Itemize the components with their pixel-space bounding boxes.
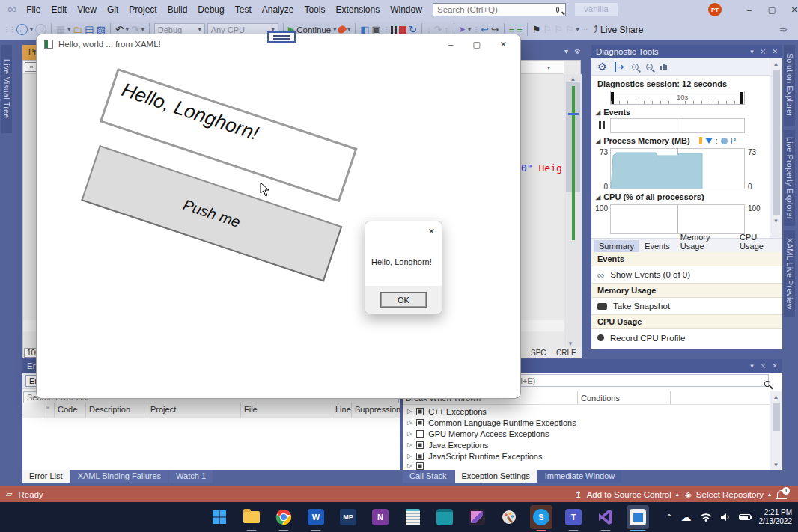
active-files-caret-icon[interactable]: ▾ xyxy=(564,47,568,55)
record-cpu-profile-link[interactable]: Record CPU Profile xyxy=(591,329,782,346)
quick-search-box[interactable] xyxy=(433,3,566,16)
tab-events[interactable]: Events xyxy=(640,240,674,252)
column-suppression-state[interactable]: Suppression State xyxy=(352,403,400,418)
tab-memory-usage[interactable]: Memory Usage xyxy=(676,231,734,252)
tab-error-list[interactable]: Error List xyxy=(22,470,70,483)
exception-row[interactable]: ▷ JavaScript Runtime Exceptions xyxy=(403,450,762,462)
hot-reload-caret[interactable]: ▾ xyxy=(347,26,350,33)
menu-analyze[interactable]: Analyze xyxy=(257,0,299,19)
expand-caret-icon[interactable]: ▷ xyxy=(407,462,412,469)
expand-caret-icon[interactable]: ▷ xyxy=(407,430,412,437)
notepad-icon[interactable] xyxy=(401,505,424,529)
scroll-down-icon[interactable]: ▼ xyxy=(770,462,782,468)
affinity-photo-icon[interactable] xyxy=(466,505,488,529)
column-icon[interactable] xyxy=(22,403,43,418)
search-input[interactable] xyxy=(433,5,556,14)
tab-xaml-live-preview[interactable]: XAML Live Preview xyxy=(784,230,795,317)
column-code[interactable]: Code xyxy=(55,403,86,418)
close-icon[interactable]: ✕ xyxy=(500,40,507,49)
events-pause-icon[interactable] xyxy=(599,121,605,129)
tab-summary[interactable]: Summary xyxy=(594,240,639,252)
toolbar-grip[interactable]: ⋮⋮ xyxy=(4,26,14,33)
exception-row[interactable]: ▷ Java Exceptions xyxy=(403,439,762,450)
skype-icon[interactable]: S xyxy=(530,505,552,529)
show-events-link[interactable]: ∞ Show Events (0 of 0) xyxy=(591,266,782,284)
account-avatar[interactable]: PT xyxy=(708,3,722,16)
battery-icon[interactable] xyxy=(739,514,751,520)
file-explorer-icon[interactable] xyxy=(240,505,263,529)
editor-scrollbar[interactable]: ▲ ▼ xyxy=(564,74,582,349)
column-conditions[interactable]: Conditions xyxy=(578,391,671,404)
diagnostics-scrollbar[interactable]: ▲ ▼ xyxy=(770,58,782,238)
pause-icon[interactable] xyxy=(391,26,397,34)
maximize-icon[interactable]: ▢ xyxy=(761,0,783,19)
export-icon[interactable]: ➔ xyxy=(615,62,624,72)
window-position-caret-icon[interactable]: ▾ xyxy=(750,362,754,370)
expand-caret-icon[interactable]: ▷ xyxy=(407,419,412,426)
pin-icon[interactable]: ⛌ xyxy=(761,362,766,370)
expand-caret-icon[interactable]: ▷ xyxy=(407,453,412,459)
force-run-to-cursor-icon[interactable]: ➤ xyxy=(459,25,466,34)
previous-bookmark-icon[interactable]: ⚐ xyxy=(543,25,552,34)
start-button[interactable] xyxy=(208,505,231,529)
exception-row[interactable]: ▷ C++ Exceptions xyxy=(403,406,762,417)
select-repository-button[interactable]: ◈ Select Repository ▴ xyxy=(685,489,771,500)
menu-window[interactable]: Window xyxy=(385,0,427,19)
checkbox-checked[interactable] xyxy=(416,453,424,460)
column-description[interactable]: Description xyxy=(86,403,147,418)
new-project-caret[interactable]: ▾ xyxy=(67,26,70,33)
overflow-grip[interactable]: ⋯ xyxy=(582,26,587,33)
tab-live-visual-tree[interactable]: Live Visual Tree xyxy=(1,45,12,133)
stop-debugging-icon[interactable] xyxy=(399,26,406,34)
menu-edit[interactable]: Edit xyxy=(46,0,72,19)
checkbox-unchecked[interactable] xyxy=(416,430,424,438)
checkbox-checked[interactable] xyxy=(416,441,424,449)
checkbox-checked[interactable] xyxy=(416,408,424,415)
nav-dropdown-caret[interactable]: ▾ xyxy=(547,64,550,71)
add-to-source-control-button[interactable]: ↥ Add to Source Control ▴ xyxy=(575,489,679,500)
tab-call-stack[interactable]: Call Stack xyxy=(403,470,454,483)
tab-watch-1[interactable]: Watch 1 xyxy=(169,470,213,483)
increase-indent-icon[interactable]: ≡ xyxy=(517,25,523,34)
word-icon[interactable]: W xyxy=(305,505,327,529)
scroll-up-icon[interactable]: ▲ xyxy=(770,394,782,400)
menu-file[interactable]: File xyxy=(21,0,46,19)
menu-project[interactable]: Project xyxy=(124,0,162,19)
close-icon[interactable]: ✕ xyxy=(783,0,798,19)
menu-tools[interactable]: Tools xyxy=(299,0,330,19)
visual-studio-icon[interactable] xyxy=(594,505,617,529)
chrome-icon[interactable] xyxy=(272,505,295,529)
onenote-icon[interactable]: N xyxy=(369,505,392,529)
tab-solution-explorer[interactable]: Solution Explorer xyxy=(784,45,795,126)
exception-row[interactable]: ▷ GPU Memory Access Exceptions xyxy=(403,428,762,439)
zoom-out-icon[interactable]: – xyxy=(646,64,653,70)
column-file[interactable]: File xyxy=(241,403,332,418)
editor-toolbar-grip[interactable]: ⋮ xyxy=(473,26,478,33)
cpu-section-header[interactable]: ◢ CPU (% of all processors) xyxy=(596,192,704,201)
maximize-icon[interactable]: ▢ xyxy=(472,40,480,49)
checkbox-checked[interactable] xyxy=(416,462,424,470)
scrollbar-thumb[interactable] xyxy=(773,403,780,431)
exception-scrollbar[interactable]: ▲ ▼ xyxy=(770,391,782,470)
live-share-button[interactable]: Live Share xyxy=(600,25,643,35)
collapse-triangle-icon[interactable]: ◢ xyxy=(596,194,600,201)
take-snapshot-link[interactable]: Take Snapshot xyxy=(591,298,782,315)
error-list-body[interactable] xyxy=(22,418,400,470)
menu-build[interactable]: Build xyxy=(162,0,193,19)
ok-button[interactable]: OK xyxy=(380,292,427,308)
memory-chart[interactable] xyxy=(610,148,745,189)
taskbar-clock[interactable]: 2:21 PM 2/13/2022 xyxy=(759,508,793,527)
message-box[interactable]: ✕ Hello, Longhorn! OK xyxy=(365,221,442,314)
column-flag-icon[interactable]: ʺ xyxy=(43,403,55,418)
scroll-down-icon[interactable]: ▼ xyxy=(770,218,782,224)
events-section-header[interactable]: ◢ Events xyxy=(596,108,630,117)
spaces-indicator[interactable]: SPC xyxy=(531,349,546,357)
menu-extensions[interactable]: Extensions xyxy=(330,0,385,19)
toggle-bookmark-icon[interactable]: ⚑ xyxy=(532,25,541,34)
paint-icon[interactable] xyxy=(498,505,520,529)
menu-git[interactable]: Git xyxy=(102,0,124,19)
volume-icon[interactable] xyxy=(720,513,731,522)
back-dropdown-caret[interactable]: ▾ xyxy=(30,26,33,33)
tab-exception-settings[interactable]: Exception Settings xyxy=(455,470,537,483)
send-feedback-icon[interactable]: ➾ xyxy=(779,25,788,34)
